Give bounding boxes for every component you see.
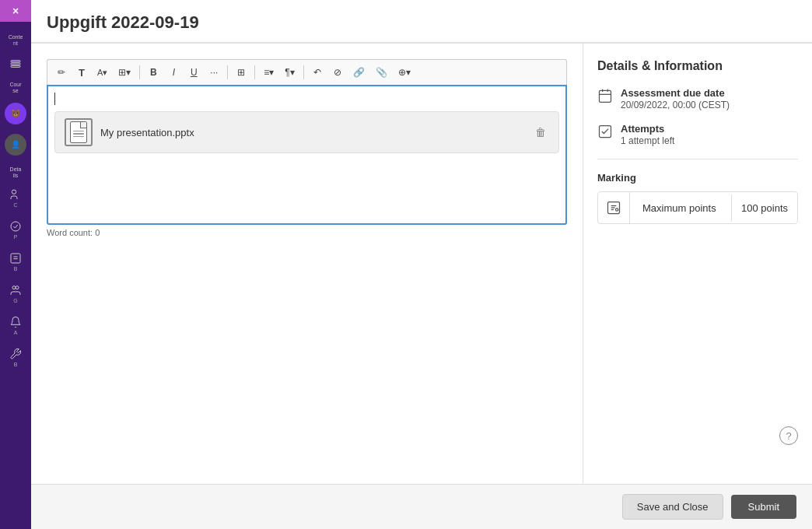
editor-section: ✏ T A▾ ⊞▾ B I U ··· ⊞ ≡▾ ¶▾ ↶ ⊘ 🔗 📎 ⊕▾ [31, 44, 583, 484]
toolbar-insert-btn[interactable]: ⊕▾ [394, 63, 415, 82]
toolbar-attach-btn[interactable]: 📎 [371, 63, 392, 82]
main-content: Uppgift 2022-09-19 ✏ T A▾ ⊞▾ B I U ··· ⊞… [31, 0, 812, 529]
toolbar-underline-btn[interactable]: U [184, 63, 203, 82]
due-date-row: Assessment due date 20/09/2022, 00:00 (C… [597, 87, 798, 110]
sidebar-label-b2: B [14, 362, 18, 367]
svg-point-19 [616, 208, 618, 211]
avatar: 🐻 [5, 103, 26, 124]
svg-rect-10 [600, 90, 611, 102]
checkbox-icon [597, 124, 613, 139]
sidebar-label-c: C [13, 202, 17, 208]
toolbar-sep-2 [227, 65, 228, 79]
sidebar-label-a: A [14, 330, 18, 335]
editor-toolbar: ✏ T A▾ ⊞▾ B I U ··· ⊞ ≡▾ ¶▾ ↶ ⊘ 🔗 📎 ⊕▾ [47, 59, 567, 85]
svg-point-8 [12, 286, 16, 289]
toolbar-font-size-btn[interactable]: A▾ [93, 63, 112, 82]
marking-label: Maximum points [636, 194, 725, 222]
toolbar-clear-btn[interactable]: ⊘ [328, 63, 347, 82]
sidebar: × Content Course 🐻 👤 Details C P B G A [0, 0, 31, 529]
sidebar-label-details: Details [0, 162, 31, 181]
info-panel: Details & Information Assessment due dat… [583, 44, 812, 484]
toolbar-table-btn[interactable]: ⊞ [232, 63, 250, 82]
file-name: My presentation.pptx [100, 127, 524, 138]
svg-point-9 [16, 286, 19, 289]
sidebar-label-p: P [14, 234, 18, 240]
file-delete-button[interactable]: 🗑 [532, 124, 549, 140]
toolbar-paragraph-btn[interactable]: ¶▾ [280, 63, 299, 82]
toolbar-align-btn[interactable]: ≡▾ [259, 63, 278, 82]
toolbar-sep-4 [303, 65, 304, 79]
file-icon-line-1 [73, 131, 84, 132]
svg-rect-0 [11, 63, 20, 65]
file-icon-inner [70, 121, 87, 143]
file-icon-lines [73, 131, 84, 139]
editor-cursor [54, 93, 55, 105]
toolbar-styles-btn[interactable]: ⊞▾ [114, 63, 135, 82]
sidebar-label-content: Content [0, 30, 31, 49]
svg-rect-5 [11, 254, 20, 263]
save-close-button[interactable]: Save and Close [622, 494, 723, 520]
marking-title: Marking [597, 172, 798, 184]
toolbar-format-btn[interactable]: ✏ [52, 63, 71, 82]
toolbar-undo-btn[interactable]: ↶ [308, 63, 327, 82]
calendar-icon [597, 88, 613, 103]
user-avatar: 👤 [5, 134, 26, 156]
svg-point-4 [11, 222, 20, 231]
sidebar-item-users[interactable]: C [0, 184, 31, 212]
attempts-label: Attempts [621, 123, 674, 135]
page-footer: Save and Close Submit [31, 484, 812, 529]
page-header: Uppgift 2022-09-19 [31, 0, 812, 44]
sidebar-item-announcements[interactable]: A [0, 311, 31, 340]
toolbar-text-btn[interactable]: T [72, 63, 91, 82]
submit-button[interactable]: Submit [731, 495, 796, 519]
toolbar-link-btn[interactable]: 🔗 [348, 63, 369, 82]
file-icon [65, 118, 93, 146]
content-area: ✏ T A▾ ⊞▾ B I U ··· ⊞ ≡▾ ¶▾ ↶ ⊘ 🔗 📎 ⊕▾ [31, 44, 812, 484]
sidebar-item-check[interactable]: P [0, 215, 31, 244]
sidebar-item-book[interactable]: B [0, 247, 31, 276]
marking-icon-cell [598, 192, 630, 223]
file-attachment: My presentation.pptx 🗑 [54, 111, 559, 153]
svg-rect-1 [11, 60, 20, 61]
sidebar-item-groups[interactable]: G [0, 279, 31, 308]
marking-value: 100 points [731, 194, 797, 222]
attempts-value: 1 attempt left [621, 135, 674, 146]
svg-point-3 [12, 190, 16, 194]
toolbar-italic-btn[interactable]: I [164, 63, 183, 82]
editor-content-area[interactable]: My presentation.pptx 🗑 [47, 85, 567, 225]
due-date-label: Assessment due date [621, 87, 730, 99]
toolbar-sep-3 [254, 65, 255, 79]
word-count: Word count: 0 [47, 228, 567, 237]
due-date-value: 20/09/2022, 00:00 (CEST) [621, 100, 730, 110]
toolbar-more-format-btn[interactable]: ··· [205, 63, 223, 82]
file-icon-line-2 [73, 133, 84, 135]
info-divider [597, 159, 798, 159]
file-icon-line-3 [73, 136, 84, 138]
marking-row: Maximum points 100 points [597, 191, 798, 224]
sidebar-label-g: G [13, 298, 17, 303]
sidebar-item-layers[interactable] [0, 52, 31, 74]
attempts-text: Attempts 1 attempt left [621, 123, 674, 146]
sidebar-label-course: Course [0, 77, 31, 96]
attempts-row: Attempts 1 attempt left [597, 123, 798, 146]
svg-rect-2 [11, 65, 20, 67]
sidebar-item-build[interactable]: B [0, 343, 31, 372]
due-date-text: Assessment due date 20/09/2022, 00:00 (C… [621, 87, 730, 110]
sidebar-nav: Content Course 🐻 👤 Details C P B G A [0, 30, 31, 372]
toolbar-sep-1 [139, 65, 140, 79]
toolbar-bold-btn[interactable]: B [144, 63, 163, 82]
help-icon[interactable]: ? [779, 426, 798, 445]
sidebar-label-b: B [14, 266, 18, 272]
page-title: Uppgift 2022-09-19 [47, 12, 796, 33]
close-button[interactable]: × [0, 0, 31, 22]
info-panel-title: Details & Information [597, 59, 798, 73]
